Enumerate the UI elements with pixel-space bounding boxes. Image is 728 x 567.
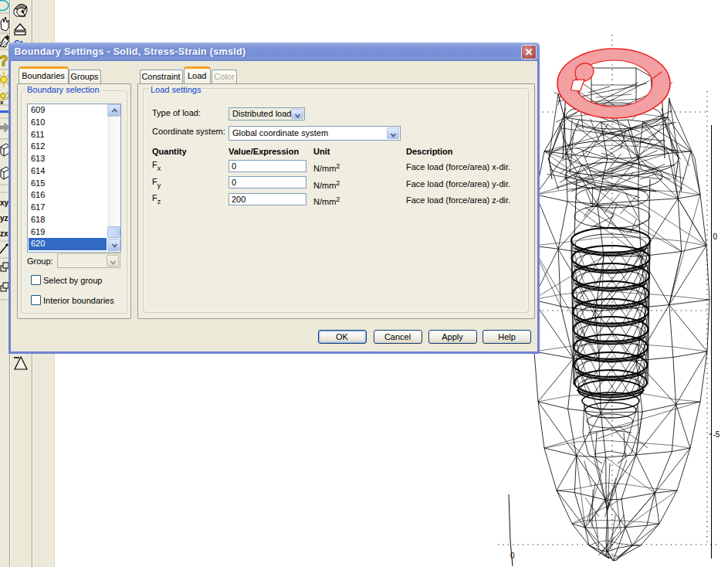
svg-text:?: ? <box>0 53 8 69</box>
svg-text:yz: yz <box>0 214 8 222</box>
svg-text:xy: xy <box>0 199 9 207</box>
svg-text:zx: zx <box>0 229 8 238</box>
svg-text:-5: -5 <box>713 430 720 439</box>
svg-text:x: x <box>0 99 4 106</box>
svg-text:0: 0 <box>713 233 718 241</box>
svg-text:0: 0 <box>510 552 515 560</box>
